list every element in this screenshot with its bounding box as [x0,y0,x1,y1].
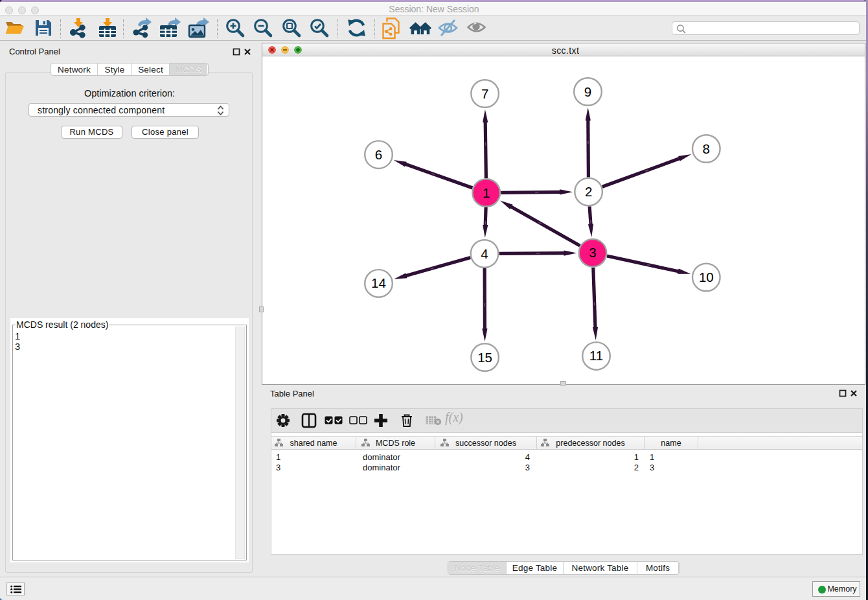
svg-text:9: 9 [584,84,591,99]
svg-text:8: 8 [703,141,710,156]
svg-text:10: 10 [699,270,714,284]
svg-text:1: 1 [483,185,490,200]
svg-text:11: 11 [589,348,603,363]
svg-text:6: 6 [375,147,382,162]
svg-text:3: 3 [589,245,596,260]
svg-text:15: 15 [477,350,492,365]
svg-text:7: 7 [481,86,488,101]
svg-text:4: 4 [481,246,488,261]
svg-text:14: 14 [371,275,386,290]
svg-text:2: 2 [585,184,592,199]
